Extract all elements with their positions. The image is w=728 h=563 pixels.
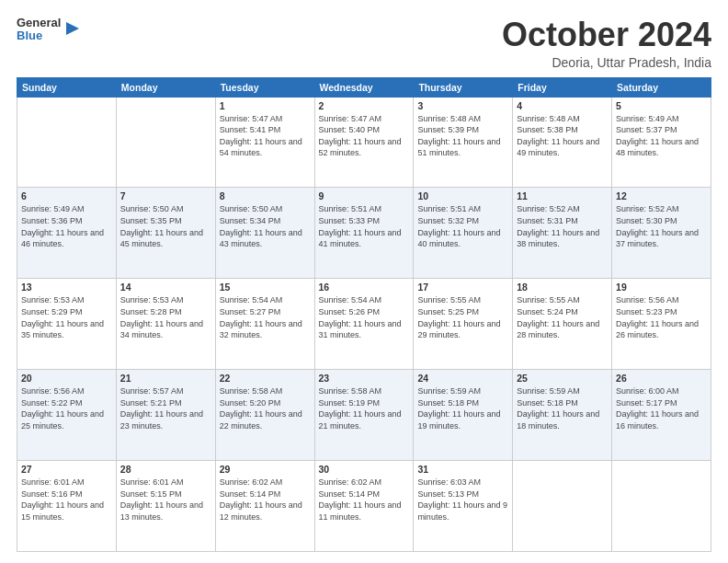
month-title: October 2024	[502, 17, 711, 53]
cell-date: 27	[21, 464, 112, 475]
cell-2-2: 7Sunrise: 5:50 AMSunset: 5:35 PMDaylight…	[116, 188, 215, 279]
cell-2-6: 11Sunrise: 5:52 AMSunset: 5:31 PMDayligh…	[513, 188, 612, 279]
cell-5-5: 31Sunrise: 6:03 AMSunset: 5:13 PMDayligh…	[414, 461, 513, 552]
cell-date: 15	[220, 282, 311, 293]
week-row-4: 20Sunrise: 5:56 AMSunset: 5:22 PMDayligh…	[17, 370, 711, 461]
cell-info: Sunrise: 6:01 AMSunset: 5:16 PMDaylight:…	[21, 477, 112, 523]
col-saturday: Saturday	[612, 77, 711, 97]
cell-date: 16	[319, 282, 410, 293]
cell-2-1: 6Sunrise: 5:49 AMSunset: 5:36 PMDaylight…	[17, 188, 117, 279]
cell-info: Sunrise: 5:52 AMSunset: 5:30 PMDaylight:…	[616, 203, 707, 249]
cell-date: 25	[517, 373, 608, 384]
cell-date: 1	[220, 100, 311, 111]
cell-2-4: 9Sunrise: 5:51 AMSunset: 5:33 PMDaylight…	[314, 188, 414, 279]
cell-info: Sunrise: 5:47 AMSunset: 5:41 PMDaylight:…	[220, 113, 311, 159]
week-row-3: 13Sunrise: 5:53 AMSunset: 5:29 PMDayligh…	[17, 279, 711, 370]
cell-date: 24	[417, 373, 508, 384]
cell-date: 18	[517, 282, 608, 293]
cell-4-7: 26Sunrise: 6:00 AMSunset: 5:17 PMDayligh…	[612, 370, 711, 461]
cell-1-7: 5Sunrise: 5:49 AMSunset: 5:37 PMDaylight…	[612, 97, 711, 188]
col-sunday: Sunday	[17, 77, 117, 97]
logo-general: General	[17, 17, 61, 29]
cell-date: 31	[417, 464, 508, 475]
cell-info: Sunrise: 5:54 AMSunset: 5:26 PMDaylight:…	[319, 294, 410, 340]
cell-date: 23	[319, 373, 410, 384]
cell-info: Sunrise: 5:58 AMSunset: 5:19 PMDaylight:…	[319, 385, 410, 431]
cell-5-6	[513, 461, 612, 552]
cell-info: Sunrise: 5:58 AMSunset: 5:20 PMDaylight:…	[220, 385, 311, 431]
cell-info: Sunrise: 5:49 AMSunset: 5:36 PMDaylight:…	[21, 203, 112, 249]
col-thursday: Thursday	[414, 77, 513, 97]
col-friday: Friday	[513, 77, 612, 97]
cell-5-1: 27Sunrise: 6:01 AMSunset: 5:16 PMDayligh…	[17, 461, 117, 552]
cell-3-3: 15Sunrise: 5:54 AMSunset: 5:27 PMDayligh…	[215, 279, 314, 370]
cell-date: 8	[220, 190, 311, 201]
cell-info: Sunrise: 5:50 AMSunset: 5:35 PMDaylight:…	[120, 203, 211, 249]
cell-date: 9	[319, 190, 410, 201]
cell-date: 28	[120, 464, 211, 475]
cell-info: Sunrise: 5:55 AMSunset: 5:24 PMDaylight:…	[517, 294, 608, 340]
cell-date: 29	[220, 464, 311, 475]
calendar: Sunday Monday Tuesday Wednesday Thursday…	[17, 77, 711, 552]
cell-date: 19	[616, 282, 707, 293]
logo-icon	[64, 20, 81, 37]
col-tuesday: Tuesday	[215, 77, 314, 97]
cell-3-7: 19Sunrise: 5:56 AMSunset: 5:23 PMDayligh…	[612, 279, 711, 370]
title-block: October 2024 Deoria, Uttar Pradesh, Indi…	[502, 17, 711, 70]
page: General Blue October 2024 Deoria, Uttar …	[0, 0, 728, 563]
cell-date: 11	[517, 190, 608, 201]
cell-info: Sunrise: 5:52 AMSunset: 5:31 PMDaylight:…	[517, 203, 608, 249]
cell-info: Sunrise: 5:51 AMSunset: 5:33 PMDaylight:…	[319, 203, 410, 249]
cell-5-2: 28Sunrise: 6:01 AMSunset: 5:15 PMDayligh…	[116, 461, 215, 552]
cell-info: Sunrise: 5:51 AMSunset: 5:32 PMDaylight:…	[417, 203, 508, 249]
cell-date: 2	[319, 100, 410, 111]
cell-info: Sunrise: 5:55 AMSunset: 5:25 PMDaylight:…	[417, 294, 508, 340]
cell-1-2	[116, 97, 215, 188]
cell-info: Sunrise: 5:56 AMSunset: 5:23 PMDaylight:…	[616, 294, 707, 340]
cell-1-6: 4Sunrise: 5:48 AMSunset: 5:38 PMDaylight…	[513, 97, 612, 188]
cell-date: 10	[417, 190, 508, 201]
cell-date: 5	[616, 100, 707, 111]
cell-info: Sunrise: 5:53 AMSunset: 5:28 PMDaylight:…	[120, 294, 211, 340]
cell-1-1	[17, 97, 117, 188]
cell-info: Sunrise: 6:01 AMSunset: 5:15 PMDaylight:…	[120, 477, 211, 523]
cell-3-2: 14Sunrise: 5:53 AMSunset: 5:28 PMDayligh…	[116, 279, 215, 370]
cell-4-4: 23Sunrise: 5:58 AMSunset: 5:19 PMDayligh…	[314, 370, 414, 461]
cell-4-5: 24Sunrise: 5:59 AMSunset: 5:18 PMDayligh…	[414, 370, 513, 461]
cell-date: 26	[616, 373, 707, 384]
cell-5-3: 29Sunrise: 6:02 AMSunset: 5:14 PMDayligh…	[215, 461, 314, 552]
cell-info: Sunrise: 5:50 AMSunset: 5:34 PMDaylight:…	[220, 203, 311, 249]
cell-info: Sunrise: 5:53 AMSunset: 5:29 PMDaylight:…	[21, 294, 112, 340]
svg-marker-0	[66, 22, 79, 35]
cell-2-3: 8Sunrise: 5:50 AMSunset: 5:34 PMDaylight…	[215, 188, 314, 279]
cell-3-5: 17Sunrise: 5:55 AMSunset: 5:25 PMDayligh…	[414, 279, 513, 370]
cell-date: 3	[417, 100, 508, 111]
cell-1-4: 2Sunrise: 5:47 AMSunset: 5:40 PMDaylight…	[314, 97, 414, 188]
cell-4-3: 22Sunrise: 5:58 AMSunset: 5:20 PMDayligh…	[215, 370, 314, 461]
cell-4-2: 21Sunrise: 5:57 AMSunset: 5:21 PMDayligh…	[116, 370, 215, 461]
logo-blue: Blue	[17, 29, 61, 42]
cell-1-3: 1Sunrise: 5:47 AMSunset: 5:41 PMDaylight…	[215, 97, 314, 188]
cell-4-6: 25Sunrise: 5:59 AMSunset: 5:18 PMDayligh…	[513, 370, 612, 461]
cell-info: Sunrise: 5:48 AMSunset: 5:39 PMDaylight:…	[417, 113, 508, 159]
cell-date: 13	[21, 282, 112, 293]
cell-4-1: 20Sunrise: 5:56 AMSunset: 5:22 PMDayligh…	[17, 370, 117, 461]
cell-info: Sunrise: 6:02 AMSunset: 5:14 PMDaylight:…	[319, 477, 410, 523]
cell-date: 7	[120, 190, 211, 201]
cell-2-5: 10Sunrise: 5:51 AMSunset: 5:32 PMDayligh…	[414, 188, 513, 279]
header: General Blue October 2024 Deoria, Uttar …	[17, 17, 711, 70]
subtitle: Deoria, Uttar Pradesh, India	[502, 55, 711, 70]
cell-info: Sunrise: 6:02 AMSunset: 5:14 PMDaylight:…	[220, 477, 311, 523]
cell-date: 30	[319, 464, 410, 475]
cell-date: 14	[120, 282, 211, 293]
col-wednesday: Wednesday	[314, 77, 414, 97]
week-row-1: 1Sunrise: 5:47 AMSunset: 5:41 PMDaylight…	[17, 97, 711, 188]
week-row-2: 6Sunrise: 5:49 AMSunset: 5:36 PMDaylight…	[17, 188, 711, 279]
cell-date: 22	[220, 373, 311, 384]
cell-date: 21	[120, 373, 211, 384]
col-monday: Monday	[116, 77, 215, 97]
cell-1-5: 3Sunrise: 5:48 AMSunset: 5:39 PMDaylight…	[414, 97, 513, 188]
cell-3-4: 16Sunrise: 5:54 AMSunset: 5:26 PMDayligh…	[314, 279, 414, 370]
cell-date: 17	[417, 282, 508, 293]
cell-5-4: 30Sunrise: 6:02 AMSunset: 5:14 PMDayligh…	[314, 461, 414, 552]
